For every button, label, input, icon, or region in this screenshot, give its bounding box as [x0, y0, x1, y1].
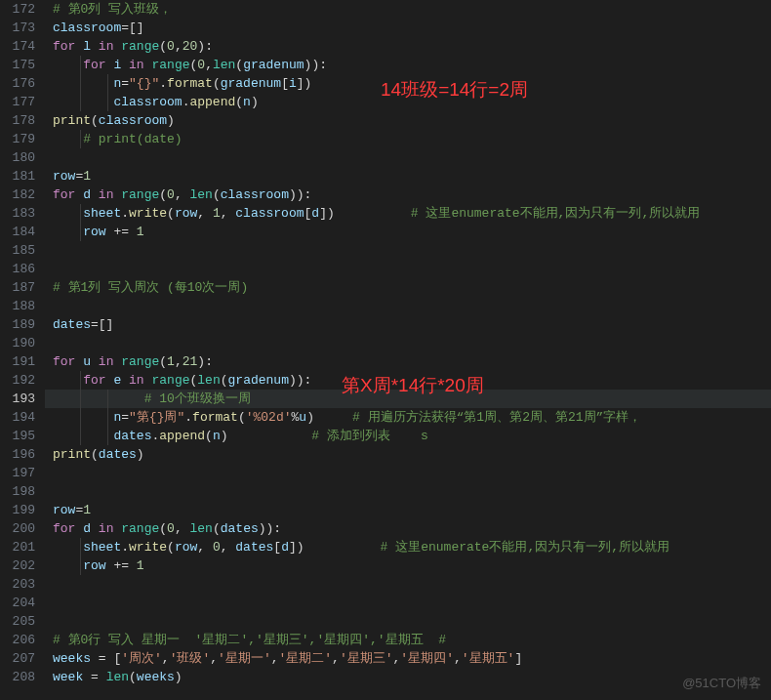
code-line[interactable]: [45, 612, 771, 631]
token-bi: len: [106, 670, 129, 684]
code-line[interactable]: classroom=[]: [45, 19, 771, 37]
code-line[interactable]: [45, 148, 771, 167]
token-op: (: [129, 670, 137, 684]
code-line[interactable]: sheet.write(row, 1, classroom[d]) # 这里en…: [45, 204, 771, 223]
line-number: 201: [0, 538, 45, 556]
token-op: ,: [205, 58, 213, 72]
code-line[interactable]: print(dates): [45, 445, 771, 464]
token-str: '星期四': [400, 651, 454, 666]
token-op: [91, 354, 99, 369]
code-line[interactable]: weeks = ['周次','班级','星期一','星期二','星期三','星期…: [45, 649, 771, 668]
indent-guide: [80, 93, 81, 111]
line-number: 194: [0, 408, 45, 427]
code-line[interactable]: [45, 482, 771, 501]
token-num: 20: [183, 39, 198, 54]
token-var: row: [175, 206, 197, 221]
code-line[interactable]: # print(date): [45, 130, 771, 148]
token-kw: in: [99, 521, 114, 536]
code-line[interactable]: sheet.write(row, 0, dates[d]) # 这里enumer…: [45, 538, 771, 556]
token-var: dates: [221, 521, 259, 536]
token-kw: in: [99, 187, 114, 202]
token-var: dates: [113, 429, 151, 443]
code-line[interactable]: for d in range(0, len(classroom)):: [45, 185, 771, 204]
code-line[interactable]: row += 1: [45, 223, 771, 241]
token-num: 0: [167, 187, 175, 202]
line-number: 200: [0, 519, 45, 538]
token-var: row: [83, 225, 105, 239]
token-num: 0: [167, 521, 175, 536]
token-op: [121, 373, 129, 388]
token-str: '星期一': [218, 651, 271, 666]
code-line[interactable]: classroom.append(n): [45, 93, 771, 111]
line-number: 187: [0, 278, 45, 297]
token-op: )):: [259, 521, 281, 536]
line-number: 172: [0, 0, 45, 19]
token-var: weeks: [137, 670, 175, 684]
code-line[interactable]: [45, 241, 771, 260]
token-op: (: [235, 58, 243, 72]
code-editor[interactable]: 1721731741751761771781791801811821831841…: [0, 0, 771, 686]
code-line[interactable]: row=1: [45, 501, 771, 519]
code-line[interactable]: # 第0行 写入 星期一 '星期二','星期三','星期四','星期五 #: [45, 631, 771, 649]
code-line[interactable]: week = len(weeks): [45, 668, 771, 686]
code-line[interactable]: for l in range(0,20):: [45, 37, 771, 56]
token-op: ): [175, 670, 183, 684]
token-var: d: [83, 521, 91, 536]
line-number: 177: [0, 93, 45, 111]
token-num: 1: [137, 225, 144, 239]
code-line[interactable]: for d in range(0, len(dates)):: [45, 519, 771, 538]
code-line[interactable]: # 10个班级换一周: [45, 390, 771, 408]
code-line[interactable]: [45, 297, 771, 315]
code-line[interactable]: row += 1: [45, 556, 771, 575]
token-cm: # 这里enumerate不能用,因为只有一列,所以就用: [411, 206, 700, 221]
token-var: d: [311, 206, 319, 221]
code-line[interactable]: dates=[]: [45, 315, 771, 334]
code-line[interactable]: [45, 334, 771, 352]
token-op: [113, 391, 143, 406]
token-fn: append: [159, 429, 205, 443]
line-number: 176: [0, 74, 45, 93]
code-area[interactable]: # 第0列 写入班级，classroom=[]for l in range(0,…: [45, 0, 771, 686]
code-line[interactable]: n="第{}周".format('%02d'%u) # 用遍历方法获得“第1周、…: [45, 408, 771, 427]
code-line[interactable]: # 第1列 写入周次 (每10次一周): [45, 278, 771, 297]
token-bi: range: [121, 354, 159, 369]
code-line[interactable]: for i in range(0,len(gradenum)):: [45, 56, 771, 74]
code-line[interactable]: dates.append(n) # 添加到列表 s: [45, 427, 771, 445]
token-var: row: [83, 558, 105, 573]
token-bi: range: [121, 521, 159, 536]
code-line[interactable]: n="{}".format(gradenum[i]): [45, 74, 771, 93]
line-number: 192: [0, 371, 45, 390]
code-line[interactable]: # 第0列 写入班级，: [45, 0, 771, 19]
token-op: ): [221, 429, 312, 443]
token-op: (: [167, 206, 175, 221]
token-kw: for: [53, 521, 75, 536]
token-cm: # 这里enumerate不能用,因为只有一列,所以就用: [381, 540, 670, 555]
token-var: dates: [99, 447, 137, 462]
token-op: =: [83, 670, 105, 684]
token-num: 1: [83, 169, 91, 184]
code-line[interactable]: [45, 260, 771, 278]
code-line[interactable]: for e in range(len(gradenum)):: [45, 371, 771, 390]
token-prt: print: [53, 113, 91, 128]
token-num: 1: [213, 206, 221, 221]
code-line[interactable]: for u in range(1,21):: [45, 352, 771, 371]
code-line[interactable]: [45, 575, 771, 594]
line-number: 175: [0, 56, 45, 74]
line-number: 183: [0, 204, 45, 223]
code-line[interactable]: [45, 594, 771, 612]
token-bi: range: [121, 39, 159, 54]
token-bi: range: [121, 187, 159, 202]
token-op: ,: [454, 651, 462, 666]
token-op: = [: [91, 651, 121, 666]
token-op: (: [213, 76, 221, 91]
code-line[interactable]: row=1: [45, 167, 771, 185]
line-number: 190: [0, 334, 45, 352]
code-line[interactable]: [45, 464, 771, 482]
token-bi: range: [151, 373, 189, 388]
line-number: 202: [0, 556, 45, 575]
indent-guide: [80, 130, 81, 148]
token-op: .: [121, 540, 129, 555]
code-line[interactable]: print(classroom): [45, 111, 771, 130]
token-op: ,: [221, 540, 236, 555]
indent-guide: [80, 223, 81, 241]
